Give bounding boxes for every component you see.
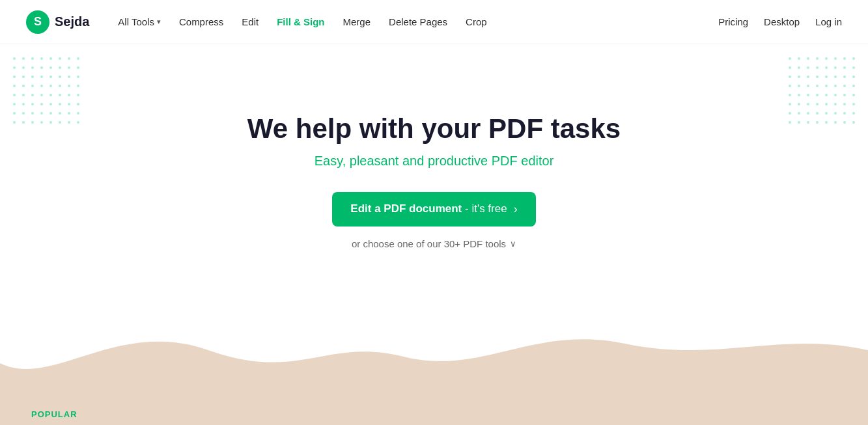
dot bbox=[40, 103, 43, 105]
dot bbox=[798, 75, 800, 78]
dot bbox=[49, 112, 52, 115]
nav-right: Pricing Desktop Log in bbox=[718, 16, 842, 27]
dot bbox=[59, 103, 61, 105]
dot bbox=[68, 103, 70, 105]
nav-delete-pages[interactable]: Delete Pages bbox=[381, 11, 455, 33]
dot bbox=[22, 85, 25, 87]
dot bbox=[31, 75, 34, 78]
dot bbox=[852, 121, 855, 124]
dot bbox=[789, 112, 791, 115]
dot bbox=[13, 94, 16, 96]
dot bbox=[789, 75, 791, 78]
dot bbox=[40, 94, 43, 96]
tools-link[interactable]: or choose one of our 30+ PDF tools ∨ bbox=[352, 238, 516, 249]
dot bbox=[798, 94, 800, 96]
dot bbox=[789, 57, 791, 60]
dot bbox=[68, 94, 70, 96]
dot bbox=[825, 75, 828, 78]
dot bbox=[13, 85, 16, 87]
dot bbox=[22, 57, 25, 60]
dot bbox=[834, 121, 837, 124]
dot bbox=[852, 112, 855, 115]
nav-compress[interactable]: Compress bbox=[171, 11, 231, 33]
dot bbox=[798, 103, 800, 105]
dot bbox=[59, 121, 61, 124]
dot bbox=[59, 112, 61, 115]
dot bbox=[31, 103, 34, 105]
dot bbox=[843, 94, 846, 96]
nav-desktop[interactable]: Desktop bbox=[764, 16, 800, 27]
dot bbox=[843, 103, 846, 105]
nav-crop[interactable]: Crop bbox=[458, 11, 495, 33]
dot bbox=[789, 85, 791, 87]
dot bbox=[22, 66, 25, 69]
dot bbox=[834, 112, 837, 115]
popular-label: POPULAR bbox=[31, 409, 77, 419]
dot bbox=[834, 85, 837, 87]
dot bbox=[843, 66, 846, 69]
dot bbox=[13, 121, 16, 124]
dot bbox=[825, 57, 828, 60]
dot bbox=[789, 94, 791, 96]
dot bbox=[798, 57, 800, 60]
logo-icon: S bbox=[26, 10, 49, 34]
dot bbox=[816, 85, 819, 87]
dot bbox=[843, 57, 846, 60]
dot bbox=[68, 75, 70, 78]
dot bbox=[49, 57, 52, 60]
dot bbox=[13, 103, 16, 105]
dot bbox=[68, 66, 70, 69]
wave-section: POPULAR bbox=[0, 298, 868, 425]
dot bbox=[22, 121, 25, 124]
dot bbox=[789, 121, 791, 124]
dot bbox=[816, 75, 819, 78]
dot bbox=[40, 57, 43, 60]
dot bbox=[807, 112, 809, 115]
dot bbox=[49, 85, 52, 87]
nav-fill-sign[interactable]: Fill & Sign bbox=[269, 11, 332, 33]
dot bbox=[825, 103, 828, 105]
dot bbox=[31, 85, 34, 87]
dot bbox=[31, 121, 34, 124]
hero-title: We help with your PDF tasks bbox=[247, 113, 621, 144]
dot bbox=[22, 103, 25, 105]
hero-subtitle: Easy, pleasant and productive PDF editor bbox=[315, 154, 554, 169]
dot bbox=[843, 112, 846, 115]
dot bbox=[68, 85, 70, 87]
edit-pdf-button[interactable]: Edit a PDF document - it's free › bbox=[332, 192, 535, 226]
dot bbox=[40, 112, 43, 115]
dot bbox=[807, 94, 809, 96]
nav-merge[interactable]: Merge bbox=[335, 11, 379, 33]
dot bbox=[59, 66, 61, 69]
dot bbox=[22, 94, 25, 96]
dot bbox=[807, 103, 809, 105]
dot bbox=[77, 94, 79, 96]
dot bbox=[816, 94, 819, 96]
dot bbox=[40, 85, 43, 87]
dot bbox=[77, 75, 79, 78]
dot bbox=[852, 85, 855, 87]
dot bbox=[77, 121, 79, 124]
nav-all-tools[interactable]: All Tools ▾ bbox=[110, 11, 169, 33]
dot bbox=[49, 94, 52, 96]
dot bbox=[807, 57, 809, 60]
nav-login[interactable]: Log in bbox=[815, 16, 842, 27]
dot bbox=[852, 75, 855, 78]
dot bbox=[31, 57, 34, 60]
dot bbox=[13, 57, 16, 60]
dot bbox=[816, 121, 819, 124]
dot bbox=[59, 85, 61, 87]
dot bbox=[852, 57, 855, 60]
dot bbox=[22, 112, 25, 115]
tools-link-text: or choose one of our 30+ PDF tools bbox=[352, 238, 506, 249]
dot bbox=[825, 66, 828, 69]
dot bbox=[807, 85, 809, 87]
dot bbox=[77, 57, 79, 60]
nav-edit[interactable]: Edit bbox=[234, 11, 266, 33]
dot bbox=[798, 112, 800, 115]
dot bbox=[68, 57, 70, 60]
nav-pricing[interactable]: Pricing bbox=[718, 16, 748, 27]
dot bbox=[49, 66, 52, 69]
dot bbox=[834, 75, 837, 78]
logo[interactable]: S Sejda bbox=[26, 10, 89, 34]
